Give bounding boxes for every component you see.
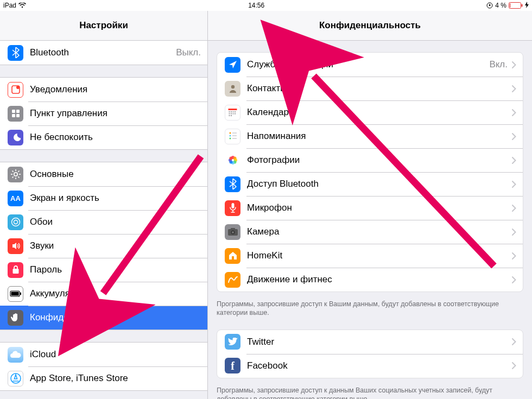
group-footer: Программы, запросившие доступ к данным В… <box>208 383 532 400</box>
sidebar-item-label: Пункт управления <box>30 108 201 119</box>
sidebar-item-battery[interactable]: Аккумулятор <box>0 282 207 306</box>
sidebar-item-general[interactable]: Основные <box>0 162 207 186</box>
svg-rect-9 <box>12 114 15 117</box>
chevron-right-icon <box>512 252 516 259</box>
svg-rect-4 <box>522 4 523 7</box>
svg-point-21 <box>14 220 17 224</box>
location-arrow-icon <box>225 57 240 73</box>
detail-item-label: Службы геолокации <box>247 59 485 70</box>
detail-item-label: Движение и фитнес <box>247 274 508 285</box>
detail-item-bt-sharing[interactable]: Доступ Bluetooth <box>217 172 523 196</box>
gear-icon <box>8 167 23 182</box>
sidebar-item-sounds[interactable]: Звуки <box>0 234 207 258</box>
detail-item-camera[interactable]: Камера <box>217 220 523 244</box>
sidebar-item-display[interactable]: AA Экран и яркость <box>0 186 207 210</box>
detail-item-calendars[interactable]: Календари <box>217 100 523 124</box>
sidebar-item-privacy[interactable]: Конфиденциальность <box>0 306 207 330</box>
detail-item-location[interactable]: Службы геолокации Вкл. <box>217 53 523 77</box>
sidebar-item-value: Выкл. <box>176 47 201 58</box>
sidebar-item-label: iCloud <box>30 349 201 360</box>
detail-item-contacts[interactable]: Контакты <box>217 77 523 100</box>
detail-item-label: Напоминания <box>247 131 508 142</box>
svg-rect-28 <box>229 109 237 110</box>
reminders-icon <box>225 129 240 144</box>
svg-line-16 <box>12 171 13 172</box>
svg-rect-35 <box>233 113 234 115</box>
sidebar-item-label: App Store, iTunes Store <box>30 373 201 384</box>
sidebar-item-dnd[interactable]: Не беспокоить <box>0 125 207 149</box>
svg-line-18 <box>12 176 13 178</box>
detail-panel: Конфиденциальность Службы геолокации Вкл… <box>208 11 532 399</box>
detail-item-facebook[interactable]: f Facebook <box>217 354 523 378</box>
svg-point-39 <box>229 132 231 134</box>
appstore-icon <box>8 371 23 387</box>
detail-item-motion[interactable]: Движение и фитнес <box>217 268 523 292</box>
svg-rect-53 <box>231 203 234 208</box>
chevron-right-icon <box>512 61 516 68</box>
wallpaper-icon <box>8 214 23 230</box>
svg-point-27 <box>231 85 234 88</box>
sidebar-item-icloud[interactable]: iCloud <box>0 343 207 366</box>
svg-rect-34 <box>231 113 232 115</box>
detail-item-twitter[interactable]: Twitter <box>217 330 523 354</box>
sidebar-item-passcode[interactable]: Пароль <box>0 258 207 282</box>
svg-rect-2 <box>509 3 521 9</box>
camera-icon <box>225 224 240 240</box>
svg-rect-32 <box>235 111 236 112</box>
detail-header: Конфиденциальность <box>208 11 532 41</box>
chevron-right-icon <box>512 338 516 345</box>
chevron-right-icon <box>512 157 516 164</box>
detail-item-label: Facebook <box>247 360 508 371</box>
svg-rect-30 <box>231 111 232 112</box>
svg-rect-10 <box>16 114 20 117</box>
sidebar-item-label: Не беспокоить <box>30 132 201 143</box>
sidebar-group: iCloud App Store, iTunes Store <box>0 342 207 391</box>
svg-rect-3 <box>510 3 510 8</box>
detail-group: Службы геолокации Вкл. Контакты Календар… <box>217 52 523 292</box>
chevron-right-icon <box>512 85 516 92</box>
detail-item-label: Twitter <box>247 337 508 347</box>
sidebar-item-control-center[interactable]: Пункт управления <box>0 102 207 125</box>
device-name: iPad <box>3 2 16 9</box>
svg-rect-1 <box>489 5 490 6</box>
svg-rect-29 <box>229 111 230 112</box>
detail-item-microphone[interactable]: Микрофон <box>217 196 523 220</box>
home-icon <box>225 248 240 264</box>
svg-rect-31 <box>233 111 234 112</box>
chevron-right-icon <box>512 229 516 236</box>
detail-item-photos[interactable]: Фотографии <box>217 148 523 172</box>
detail-item-homekit[interactable]: HomeKit <box>217 244 523 268</box>
svg-point-43 <box>229 138 231 140</box>
detail-item-label: Календари <box>247 107 508 118</box>
sidebar-item-label: Конфиденциальность <box>30 312 201 323</box>
detail-item-value: Вкл. <box>489 59 508 70</box>
svg-point-41 <box>229 135 231 137</box>
sidebar-group: Уведомления Пункт управления Не беспокои… <box>0 77 207 150</box>
chevron-right-icon <box>512 181 516 188</box>
sidebar-item-wallpaper[interactable]: Обои <box>0 210 207 234</box>
speaker-icon <box>8 238 23 254</box>
svg-rect-22 <box>12 269 18 274</box>
svg-rect-55 <box>231 228 235 230</box>
sidebar-item-notifications[interactable]: Уведомления <box>0 78 207 102</box>
facebook-icon: f <box>225 358 240 373</box>
svg-point-6 <box>16 86 20 89</box>
detail-item-reminders[interactable]: Напоминания <box>217 124 523 148</box>
twitter-icon <box>225 334 240 350</box>
contacts-icon <box>225 81 240 97</box>
sidebar-item-appstore[interactable]: App Store, iTunes Store <box>0 366 207 390</box>
bluetooth-icon <box>225 176 240 192</box>
svg-line-17 <box>18 176 19 178</box>
chevron-right-icon <box>512 205 516 212</box>
chevron-right-icon <box>512 133 516 140</box>
lock-icon <box>8 262 23 278</box>
detail-item-label: HomeKit <box>247 250 508 261</box>
svg-rect-37 <box>229 115 230 116</box>
svg-rect-25 <box>20 293 21 295</box>
sidebar-item-bluetooth[interactable]: Bluetooth Выкл. <box>0 41 207 65</box>
sidebar-group: Bluetooth Выкл. <box>0 41 207 65</box>
photos-icon <box>225 153 240 168</box>
chevron-right-icon <box>512 109 516 116</box>
detail-group: Twitter f Facebook <box>217 330 523 378</box>
group-footer: Программы, запросившие доступ к Вашим да… <box>208 296 532 318</box>
